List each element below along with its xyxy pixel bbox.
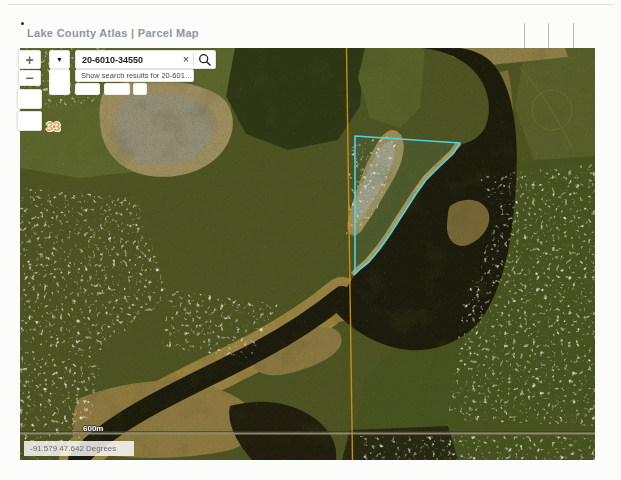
scan-artifact-tick <box>524 23 525 48</box>
search-suggestion[interactable]: Show search results for 20-601… <box>75 69 194 82</box>
search-box[interactable]: × <box>75 50 216 69</box>
scanned-page: Lake County Atlas | Parcel Map <box>0 0 621 480</box>
scan-artifact-block <box>49 69 70 95</box>
scan-artifact-block <box>133 83 147 95</box>
home-button[interactable] <box>17 89 42 109</box>
scan-artifact-block <box>104 83 130 95</box>
coordinates-readout: -91.579 47.642 Degrees <box>24 441 134 456</box>
section-number-label: 33 <box>46 119 60 134</box>
search-dropdown-button[interactable]: ▼ <box>49 50 70 69</box>
scan-artifact-tick <box>548 23 549 48</box>
page-title: Lake County Atlas | Parcel Map <box>27 27 199 39</box>
map-viewport[interactable]: + − ▼ × Show search results for 20-601… … <box>20 48 595 460</box>
search-input[interactable] <box>76 55 179 65</box>
scan-artifact-block <box>75 83 100 95</box>
scan-artifact-line <box>8 4 614 5</box>
search-icon <box>198 53 212 67</box>
scan-artifact-tick <box>573 23 574 48</box>
chevron-down-icon: ▼ <box>56 56 63 63</box>
search-button[interactable] <box>194 51 215 68</box>
scale-bar-label: 600m <box>83 424 103 433</box>
zoom-out-button[interactable]: − <box>18 70 41 86</box>
clear-search-icon[interactable]: × <box>179 50 193 69</box>
scan-artifact-dot <box>21 22 24 25</box>
aerial-imagery[interactable] <box>20 48 595 460</box>
zoom-in-button[interactable]: + <box>18 50 41 69</box>
global-texture <box>20 48 595 460</box>
locate-button[interactable] <box>17 111 42 131</box>
